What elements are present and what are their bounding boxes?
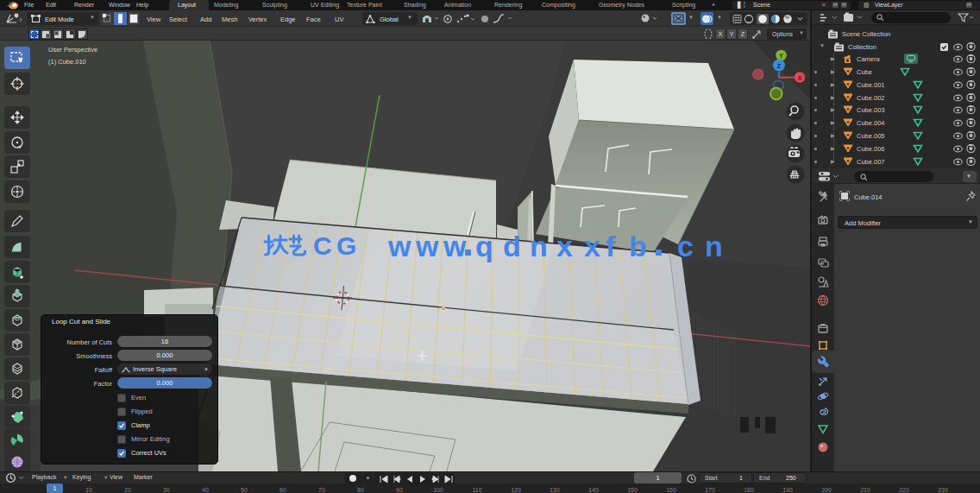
svg-text:Z: Z: [777, 63, 782, 69]
svg-text:G: G: [336, 234, 356, 260]
svg-text:Y: Y: [779, 53, 783, 59]
svg-text:X: X: [798, 75, 802, 81]
svg-text:C: C: [313, 234, 332, 260]
